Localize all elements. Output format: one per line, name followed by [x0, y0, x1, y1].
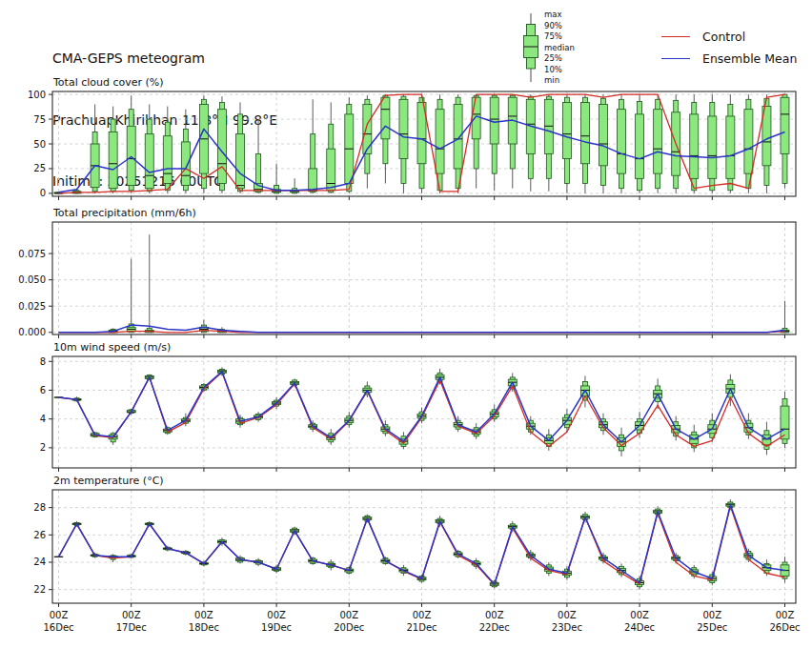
total-precipitation-ytick-label: 0.000 — [18, 327, 46, 337]
total-cloud-cover-ytick-label: 50 — [33, 139, 46, 150]
xtick-date-label: 25Dec — [697, 622, 727, 633]
meteogram-page: CMA-GEPS meteogram PrachuapKhirikhan 11.… — [0, 0, 812, 648]
temperature-2m-ytick-label: 24 — [33, 557, 46, 567]
wind-speed-10m-ytick-label: 2 — [40, 442, 46, 453]
xtick-date-label: 22Dec — [479, 622, 510, 633]
x-axis-date-labels: 00Z16Dec00Z17Dec00Z18Dec00Z19Dec00Z20Dec… — [43, 610, 800, 633]
xtick-hour-label: 00Z — [703, 610, 722, 620]
wind-speed-10m-panel: 2468 — [40, 356, 796, 472]
xtick-date-label: 18Dec — [189, 622, 219, 633]
xtick-date-label: 20Dec — [334, 622, 364, 633]
total-cloud-cover-ytick-label: 0 — [40, 188, 46, 198]
xtick-hour-label: 00Z — [413, 610, 432, 620]
temperature-2m-control-line — [59, 506, 785, 584]
total-cloud-cover-ytick-label: 75 — [33, 114, 46, 125]
total-precipitation-ytick-label: 0.050 — [18, 274, 46, 285]
temperature-2m-ytick-label: 28 — [33, 502, 46, 513]
total-cloud-cover-ytick-label: 25 — [33, 163, 46, 173]
xtick-hour-label: 00Z — [122, 610, 141, 620]
temperature-2m-ytick-label: 22 — [33, 584, 46, 595]
xtick-hour-label: 00Z — [340, 610, 359, 620]
total-precipitation-ytick-label: 0.075 — [18, 249, 46, 259]
xtick-date-label: 19Dec — [261, 622, 292, 633]
meteogram-chart-canvas: 02550751000.0000.0250.0500.0752468222426… — [0, 0, 812, 648]
temperature-2m-ytick-label: 26 — [33, 530, 46, 540]
total-precipitation-ytick-label: 0.025 — [18, 301, 46, 312]
xtick-hour-label: 00Z — [776, 610, 795, 620]
total-cloud-cover-panel: 0255075100 — [28, 90, 796, 200]
temperature-2m-panel: 22242628 — [33, 490, 796, 607]
xtick-date-label: 16Dec — [43, 622, 73, 633]
xtick-date-label: 17Dec — [116, 622, 147, 633]
wind-speed-10m-ytick-label: 4 — [40, 414, 46, 424]
xtick-hour-label: 00Z — [194, 610, 213, 620]
xtick-hour-label: 00Z — [630, 610, 649, 620]
xtick-hour-label: 00Z — [558, 610, 577, 620]
xtick-hour-label: 00Z — [485, 610, 504, 620]
xtick-date-label: 24Dec — [624, 622, 655, 633]
xtick-date-label: 23Dec — [552, 622, 582, 633]
wind-speed-10m-ytick-label: 8 — [40, 356, 46, 367]
total-precipitation-panel: 0.0000.0250.0500.075 — [18, 222, 796, 338]
total-cloud-cover-ytick-label: 100 — [28, 90, 46, 100]
xtick-date-label: 21Dec — [406, 622, 436, 633]
wind-speed-10m-ytick-label: 6 — [40, 385, 46, 395]
xtick-hour-label: 00Z — [267, 610, 286, 620]
xtick-hour-label: 00Z — [50, 610, 69, 620]
xtick-date-label: 26Dec — [769, 622, 800, 633]
